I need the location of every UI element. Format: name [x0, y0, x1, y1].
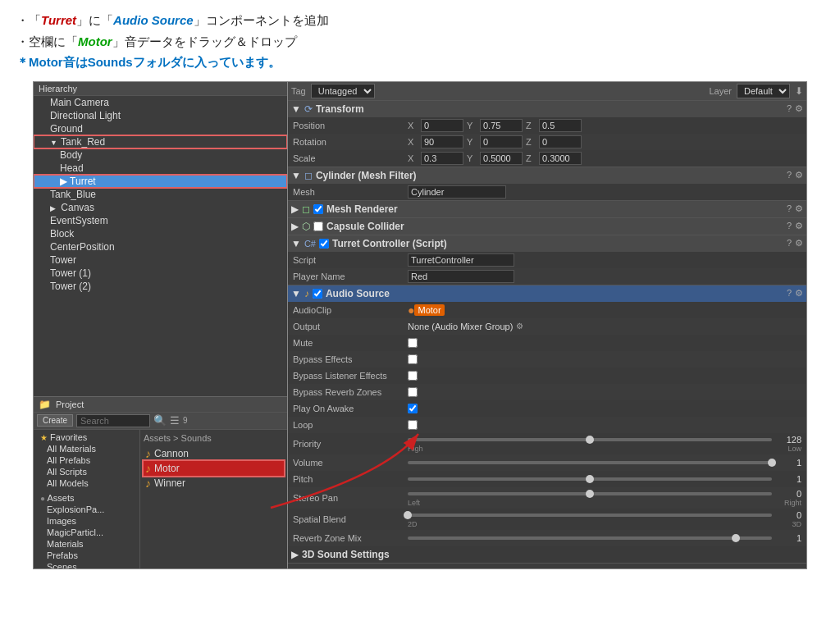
scale-row: Scale X Y Z	[288, 150, 806, 167]
transform-header[interactable]: ▼ ⟳ Transform ? ⚙	[288, 101, 806, 117]
hierarchy-item-main-camera[interactable]: Main Camera	[34, 96, 287, 109]
mesh-renderer-icon: ◻	[302, 203, 310, 215]
mesh-value[interactable]	[408, 185, 506, 199]
turret-controller-checkbox[interactable]	[319, 239, 329, 249]
scenes-folder[interactable]: Scenes	[34, 561, 139, 568]
hierarchy-item-centerposition[interactable]: CenterPosition	[34, 240, 287, 253]
play-on-awake-row: Play On Awake	[288, 400, 806, 417]
tag-select[interactable]: Untagged	[311, 84, 375, 98]
capsule-collider-checkbox[interactable]	[313, 221, 323, 231]
question-icon4: ?	[787, 221, 792, 231]
audioclip-value[interactable]: Motor	[414, 304, 444, 316]
script-icon: C#	[304, 239, 316, 249]
turret-controller-header[interactable]: ▼ C# Turret Controller (Script) ? ⚙	[288, 235, 806, 252]
prefabs-folder[interactable]: Prefabs	[34, 550, 139, 561]
pos-x[interactable]	[421, 119, 463, 132]
capsule-collider-section: ▶ ⬡ Capsule Collider ? ⚙	[288, 218, 806, 235]
file-motor[interactable]: ♪ Motor	[144, 461, 284, 476]
pos-z[interactable]	[539, 119, 582, 132]
audio-source-section: ▼ ♪ Audio Source ? ⚙ AudioClip ● Motor O…	[288, 285, 806, 564]
hierarchy-item-tank-red[interactable]: Tank_Red	[34, 135, 287, 148]
folder-icon: 📁	[39, 399, 51, 410]
output-value: None (Audio Mixer Group)	[408, 322, 513, 331]
create-button[interactable]: Create	[37, 414, 73, 427]
3d-sound-header[interactable]: ▶ 3D Sound Settings	[288, 546, 806, 563]
left-panel: Hierarchy Main Camera Directional Light …	[34, 82, 288, 568]
rot-z[interactable]	[539, 135, 582, 148]
pos-y[interactable]	[480, 119, 523, 132]
all-scripts[interactable]: All Scripts	[34, 466, 139, 477]
project-panel: 📁 Project Create 🔍 ☰ 9 ★ Favorites All	[34, 396, 287, 568]
volume-track[interactable]	[408, 461, 772, 464]
file-cannon[interactable]: ♪ Cannon	[144, 446, 284, 461]
instruction-line2: ・空欄に「Motor」音データをドラッグ＆ドロップ	[16, 31, 824, 52]
favorites-header[interactable]: ★ Favorites	[34, 431, 139, 443]
hierarchy-item-tank-blue[interactable]: Tank_Blue	[34, 188, 287, 201]
file-winner[interactable]: ♪ Winner	[144, 476, 284, 491]
magic-particles-folder[interactable]: MagicParticl...	[34, 527, 139, 538]
mesh-renderer-header[interactable]: ▶ ◻ Mesh Renderer ? ⚙	[288, 201, 806, 217]
project-files: Assets > Sounds ♪ Cannon ♪ Motor ♪ Winne…	[140, 430, 287, 568]
layer-select[interactable]: Default	[737, 84, 790, 98]
priority-track[interactable]	[408, 438, 772, 441]
stereo-track[interactable]	[408, 492, 772, 495]
search-input[interactable]	[76, 414, 150, 427]
turret-controller-section: ▼ C# Turret Controller (Script) ? ⚙ Scri…	[288, 235, 806, 285]
volume-row: Volume 1	[288, 454, 806, 471]
audio-source-checkbox[interactable]	[313, 289, 322, 299]
hierarchy-item-head[interactable]: Head	[34, 162, 287, 175]
stereo-value: 0	[777, 489, 801, 499]
hierarchy-item-ground[interactable]: Ground	[34, 122, 287, 135]
assets-header[interactable]: ● Assets	[34, 492, 139, 504]
output-row: Output None (Audio Mixer Group) ⚙	[288, 318, 806, 335]
hierarchy-item-body[interactable]: Body	[34, 148, 287, 162]
images-folder[interactable]: Images	[34, 515, 139, 527]
player-name-value[interactable]	[408, 270, 514, 283]
scale-y[interactable]	[480, 152, 523, 165]
play-on-awake-checkbox[interactable]	[408, 404, 418, 413]
pitch-track[interactable]	[408, 477, 772, 481]
script-value[interactable]	[408, 253, 514, 267]
mesh-filter-header[interactable]: ▼ ◻ Cylinder (Mesh Filter) ? ⚙	[288, 167, 806, 184]
search-icon: 🔍	[153, 414, 167, 427]
audio-icon-motor: ♪	[145, 462, 151, 475]
explosion-folder[interactable]: ExplosionPa...	[34, 504, 139, 515]
spatial-track[interactable]	[408, 514, 772, 517]
pitch-row: Pitch 1	[288, 471, 806, 487]
all-materials[interactable]: All Materials	[34, 443, 139, 454]
audio-icon: ♪	[304, 288, 309, 299]
hierarchy-item-turret[interactable]: ▶ Turret	[34, 175, 287, 188]
all-models[interactable]: All Models	[34, 477, 139, 489]
hierarchy-item-tower1[interactable]: Tower (1)	[34, 267, 287, 280]
reverb-track[interactable]	[408, 536, 772, 540]
capsule-collider-header[interactable]: ▶ ⬡ Capsule Collider ? ⚙	[288, 218, 806, 235]
hierarchy-item-canvas[interactable]: Canvas	[34, 201, 287, 214]
audio-icon-cannon: ♪	[145, 447, 151, 460]
hierarchy-item-block[interactable]: Block	[34, 227, 287, 240]
bypass-listener-checkbox[interactable]	[408, 371, 418, 381]
hierarchy-item-tower[interactable]: Tower	[34, 253, 287, 267]
loop-row: Loop	[288, 417, 806, 433]
mute-row: Mute	[288, 335, 806, 351]
hierarchy-item-eventsystem[interactable]: EventSystem	[34, 214, 287, 227]
loop-checkbox[interactable]	[408, 420, 418, 430]
question-icon2: ?	[787, 170, 792, 180]
audio-source-header[interactable]: ▼ ♪ Audio Source ? ⚙	[288, 285, 806, 302]
hierarchy-item-tower2[interactable]: Tower (2)	[34, 280, 287, 293]
mute-checkbox[interactable]	[408, 338, 418, 348]
all-prefabs[interactable]: All Prefabs	[34, 454, 139, 466]
mesh-renderer-checkbox[interactable]	[313, 204, 323, 214]
project-path: Assets > Sounds	[144, 433, 284, 443]
materials-folder[interactable]: Materials	[34, 538, 139, 550]
scale-z[interactable]	[539, 152, 582, 165]
bypass-effects-checkbox[interactable]	[408, 354, 418, 364]
rot-x[interactable]	[421, 135, 463, 148]
scale-x[interactable]	[421, 152, 463, 165]
audio-icon-winner: ♪	[145, 477, 151, 490]
bypass-reverb-row: Bypass Reverb Zones	[288, 384, 806, 400]
rot-y[interactable]	[480, 135, 523, 148]
mesh-renderer-title: Mesh Renderer	[326, 203, 783, 215]
bypass-reverb-checkbox[interactable]	[408, 387, 418, 397]
hierarchy-item-dir-light[interactable]: Directional Light	[34, 109, 287, 122]
mesh-row: Mesh	[288, 184, 806, 200]
